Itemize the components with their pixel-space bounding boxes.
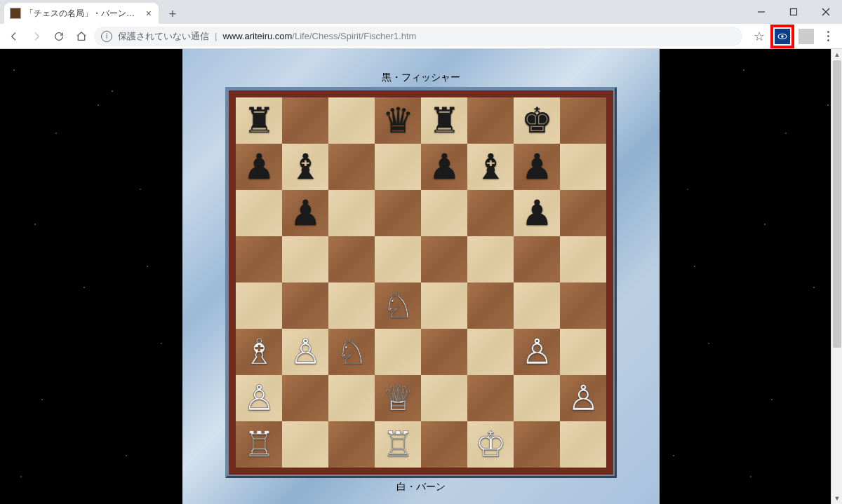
board-square[interactable]: ♟ (514, 190, 560, 236)
board-square[interactable]: ♙ (282, 329, 328, 375)
board-square[interactable] (514, 421, 560, 468)
board-square[interactable] (560, 236, 606, 282)
black-rook-icon[interactable]: ♜ (243, 103, 275, 138)
board-square[interactable] (375, 329, 421, 375)
board-square[interactable] (467, 190, 514, 236)
board-square[interactable] (328, 190, 375, 236)
home-button[interactable] (72, 27, 91, 46)
new-tab-button[interactable]: + (163, 4, 182, 24)
board-square[interactable] (282, 282, 328, 329)
white-rook-icon[interactable]: ♖ (243, 427, 275, 462)
board-square[interactable] (560, 97, 606, 144)
scroll-up-icon[interactable]: ▲ (831, 49, 842, 60)
board-square[interactable] (421, 282, 467, 329)
board-square[interactable] (282, 421, 328, 468)
board-square[interactable] (236, 282, 282, 329)
board-square[interactable]: ♖ (375, 421, 421, 468)
board-square[interactable]: ♛ (375, 97, 421, 144)
board-square[interactable]: ♝ (467, 144, 514, 190)
board-square[interactable]: ♟ (282, 190, 328, 236)
black-rook-icon[interactable]: ♜ (429, 103, 460, 138)
board-square[interactable] (282, 97, 328, 144)
board-square[interactable] (514, 236, 560, 282)
maximize-button[interactable] (777, 0, 810, 24)
board-square[interactable] (375, 190, 421, 236)
back-button[interactable] (4, 27, 24, 46)
forward-button[interactable] (27, 27, 46, 46)
board-square[interactable]: ♙ (560, 375, 606, 421)
board-square[interactable]: ♜ (236, 97, 282, 144)
board-square[interactable]: ♟ (421, 144, 467, 190)
board-square[interactable] (236, 236, 282, 282)
board-square[interactable] (560, 421, 606, 468)
white-knight-icon[interactable]: ♘ (336, 334, 368, 369)
white-pawn-icon[interactable]: ♙ (521, 334, 553, 369)
board-square[interactable] (421, 329, 467, 375)
board-square[interactable] (467, 329, 514, 375)
black-bishop-icon[interactable]: ♝ (290, 149, 321, 184)
board-square[interactable]: ♝ (282, 144, 328, 190)
board-square[interactable] (421, 190, 467, 236)
board-square[interactable]: ♟ (236, 144, 282, 190)
bookmark-star-icon[interactable]: ☆ (749, 27, 769, 46)
board-square[interactable] (560, 329, 606, 375)
black-bishop-icon[interactable]: ♝ (475, 149, 507, 184)
board-square[interactable]: ♜ (421, 97, 467, 144)
board-square[interactable] (328, 282, 375, 329)
board-square[interactable] (421, 421, 467, 468)
board-square[interactable]: ♘ (375, 282, 421, 329)
black-pawn-icon[interactable]: ♟ (429, 149, 460, 184)
white-knight-icon[interactable]: ♘ (382, 288, 414, 323)
black-pawn-icon[interactable]: ♟ (243, 149, 275, 184)
black-pawn-icon[interactable]: ♟ (521, 149, 553, 184)
white-queen-icon[interactable]: ♕ (382, 381, 414, 416)
board-square[interactable] (467, 375, 514, 421)
scroll-down-icon[interactable]: ▼ (831, 493, 842, 504)
menu-button[interactable] (818, 27, 838, 46)
board-square[interactable] (467, 97, 514, 144)
board-square[interactable]: ♙ (236, 375, 282, 421)
board-square[interactable] (328, 375, 375, 421)
board-square[interactable]: ♘ (328, 329, 375, 375)
vertical-scrollbar[interactable]: ▲ ▼ (831, 49, 842, 504)
board-square[interactable] (421, 236, 467, 282)
board-square[interactable] (467, 282, 514, 329)
minimize-button[interactable] (745, 0, 777, 24)
black-queen-icon[interactable]: ♛ (382, 103, 414, 138)
board-square[interactable] (514, 282, 560, 329)
extension-icon[interactable] (775, 29, 790, 44)
board-square[interactable] (421, 375, 467, 421)
board-square[interactable] (514, 375, 560, 421)
board-square[interactable]: ♕ (375, 375, 421, 421)
board-square[interactable]: ♚ (514, 97, 560, 144)
board-square[interactable] (560, 190, 606, 236)
chess-board[interactable]: ♜♛♜♚♟♝♟♝♟♟♟♘♗♙♘♙♙♕♙♖♖♔ (236, 97, 606, 468)
board-square[interactable] (560, 144, 606, 190)
black-pawn-icon[interactable]: ♟ (290, 196, 321, 231)
board-square[interactable] (282, 236, 328, 282)
white-pawn-icon[interactable]: ♙ (568, 381, 599, 416)
address-bar[interactable]: i 保護されていない通信 | www.ariteiru.com/Life/Che… (94, 27, 742, 46)
scroll-thumb[interactable] (833, 60, 841, 348)
browser-tab[interactable]: 「チェスの名局」・バーン対フィッシャー × (4, 3, 159, 24)
white-pawn-icon[interactable]: ♙ (243, 381, 275, 416)
profile-avatar[interactable] (798, 29, 814, 44)
black-pawn-icon[interactable]: ♟ (521, 196, 553, 231)
close-window-button[interactable] (810, 0, 842, 24)
black-king-icon[interactable]: ♚ (521, 103, 553, 138)
white-bishop-icon[interactable]: ♗ (243, 334, 275, 369)
board-square[interactable] (236, 190, 282, 236)
board-square[interactable] (560, 282, 606, 329)
white-rook-icon[interactable]: ♖ (382, 427, 414, 462)
board-square[interactable] (328, 236, 375, 282)
board-square[interactable] (467, 236, 514, 282)
board-square[interactable] (328, 97, 375, 144)
board-square[interactable]: ♔ (467, 421, 514, 468)
tab-close-icon[interactable]: × (145, 8, 153, 19)
board-square[interactable] (328, 421, 375, 468)
board-square[interactable]: ♗ (236, 329, 282, 375)
board-square[interactable]: ♙ (514, 329, 560, 375)
site-info-icon[interactable]: i (101, 31, 112, 42)
board-square[interactable] (375, 236, 421, 282)
board-square[interactable] (328, 144, 375, 190)
